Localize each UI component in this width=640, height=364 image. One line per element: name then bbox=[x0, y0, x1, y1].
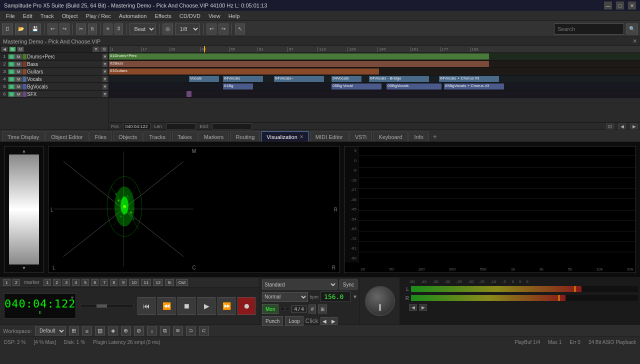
menu-track[interactable]: Track bbox=[36, 12, 58, 20]
next-button[interactable]: ⏩ bbox=[218, 297, 236, 315]
copy-button[interactable]: ⎘ bbox=[88, 24, 97, 34]
ws-icon-8[interactable]: ⧉ bbox=[160, 326, 170, 336]
stop-button[interactable]: ⏹ bbox=[178, 297, 196, 315]
track-mute-4[interactable]: M bbox=[15, 76, 22, 82]
search-button[interactable]: 🔍 bbox=[626, 24, 638, 34]
marker-12[interactable]: 12 bbox=[153, 279, 163, 286]
tab-visualization[interactable]: Visualization ✕ bbox=[261, 132, 309, 142]
track-block[interactable]: 01Drums+Perc bbox=[109, 54, 489, 60]
track-mute-1[interactable]: M bbox=[15, 54, 22, 60]
ws-icon-5[interactable]: ⊕ bbox=[121, 326, 131, 336]
track-expand-1[interactable]: ▼ bbox=[102, 54, 108, 60]
ws-icon-4[interactable]: ◈ bbox=[108, 326, 118, 336]
track-solo-5[interactable]: S bbox=[8, 84, 15, 90]
next-nav-button[interactable]: ▶ bbox=[330, 317, 338, 325]
track-block[interactable]: 02Bass bbox=[109, 61, 489, 67]
track-solo-6[interactable]: S bbox=[8, 92, 15, 97]
playback-mode-select[interactable]: Standard bbox=[262, 280, 338, 290]
track-mute-6[interactable]: M bbox=[15, 92, 22, 97]
tab-files[interactable]: Files bbox=[90, 132, 112, 142]
grid-btn[interactable]: # bbox=[308, 304, 316, 314]
mute-small-button[interactable]: M bbox=[17, 46, 24, 52]
ws-icon-7[interactable]: ↕ bbox=[147, 326, 157, 336]
ws-icon-1[interactable]: ⊞ bbox=[69, 326, 79, 336]
snap-button[interactable]: ◎ bbox=[162, 24, 173, 34]
track-block[interactable]: 04Vocals - Bridge bbox=[369, 76, 429, 82]
mon-button[interactable]: Mon bbox=[262, 304, 278, 314]
track-expand-3[interactable]: ▼ bbox=[102, 69, 108, 74]
minimize-button[interactable]: — bbox=[604, 2, 612, 10]
track-solo-3[interactable]: S bbox=[8, 69, 15, 74]
track-block[interactable]: 05BgVocals + Chorus #3 bbox=[444, 84, 504, 90]
tab-routing[interactable]: Routing bbox=[230, 132, 260, 142]
track-block[interactable]: Vocals bbox=[189, 76, 219, 82]
scrub-bar[interactable] bbox=[80, 304, 134, 308]
loop-button[interactable]: Loop bbox=[285, 316, 303, 326]
tab-vsti[interactable]: VSTi bbox=[350, 132, 372, 142]
punch-button[interactable]: Punch bbox=[262, 316, 283, 326]
expand-button[interactable]: ▼ bbox=[92, 46, 100, 52]
undo-button[interactable]: ↩ bbox=[48, 24, 58, 34]
grid-button[interactable]: # bbox=[114, 24, 124, 34]
track-block[interactable]: 03Guitars bbox=[109, 68, 379, 74]
track-mute-5[interactable]: M bbox=[15, 84, 22, 90]
transport-num-2[interactable]: 2 bbox=[12, 279, 20, 286]
tab-object-editor[interactable]: Object Editor bbox=[46, 132, 88, 142]
track-block[interactable]: 04Vocals + Chorus #3 bbox=[439, 76, 499, 82]
menu-file[interactable]: File bbox=[2, 12, 19, 20]
save-button[interactable]: 💾 bbox=[29, 24, 41, 34]
track-expand-4[interactable]: ▼ bbox=[102, 76, 108, 82]
menu-object[interactable]: Object bbox=[58, 12, 82, 20]
marker-8[interactable]: 8 bbox=[110, 279, 118, 286]
tab-keyboard[interactable]: Keyboard bbox=[373, 132, 408, 142]
play-button[interactable]: ▶ bbox=[198, 297, 216, 315]
marker-9[interactable]: 9 bbox=[120, 279, 127, 286]
tab-add-button[interactable]: + bbox=[430, 132, 440, 142]
record-button[interactable]: ⏺ bbox=[238, 297, 256, 315]
master-knob[interactable] bbox=[365, 286, 395, 316]
track-block[interactable]: 04Vocals bbox=[223, 76, 263, 82]
track-expand-2[interactable]: ▼ bbox=[102, 62, 108, 67]
ws-icon-2[interactable]: ≡ bbox=[82, 326, 92, 336]
rewind-button[interactable]: ⏮ bbox=[138, 297, 156, 315]
scrub-thumb[interactable] bbox=[96, 304, 107, 308]
scroll-right-button[interactable]: ▶ bbox=[630, 124, 638, 130]
sync-button[interactable]: Sync bbox=[340, 280, 358, 290]
tab-midi-editor[interactable]: MIDI Editor bbox=[310, 132, 348, 142]
beat-select[interactable]: Beat bbox=[130, 24, 156, 34]
ws-icon-6[interactable]: ⊘ bbox=[134, 326, 144, 336]
track-mute-3[interactable]: M bbox=[15, 69, 22, 74]
marker-7[interactable]: 7 bbox=[100, 279, 108, 286]
marker-3[interactable]: 3 bbox=[62, 279, 70, 286]
tab-info[interactable]: Info bbox=[408, 132, 428, 142]
meter-next[interactable]: ▶ bbox=[419, 304, 427, 311]
bpm-dropdown[interactable]: ▼ bbox=[352, 294, 358, 300]
click-button[interactable]: Click bbox=[306, 318, 318, 324]
menu-effects[interactable]: Effects bbox=[150, 12, 175, 20]
out-button[interactable]: Out bbox=[176, 279, 188, 286]
track-block[interactable]: 05Bg Vocal bbox=[332, 84, 382, 90]
new-button[interactable]: 🗋 bbox=[2, 24, 13, 34]
prev-button[interactable]: ⏪ bbox=[158, 297, 176, 315]
snap-select[interactable]: 1/8 bbox=[175, 24, 200, 34]
workspace-select[interactable]: Default bbox=[35, 326, 66, 336]
menu-play-rec[interactable]: Play / Rec bbox=[82, 12, 115, 20]
zoom-in-button[interactable]: ↪ bbox=[218, 24, 228, 34]
transport-num-1[interactable]: 1 bbox=[3, 279, 10, 286]
track-expand-5[interactable]: ▼ bbox=[102, 84, 108, 90]
ws-icon-9[interactable]: ≋ bbox=[173, 326, 183, 336]
marker-1[interactable]: 1 bbox=[44, 279, 51, 286]
tap-btn[interactable]: ⊞ bbox=[318, 304, 327, 314]
tab-objects[interactable]: Objects bbox=[113, 132, 142, 142]
menu-edit[interactable]: Edit bbox=[19, 12, 36, 20]
ws-icon-3[interactable]: ▤ bbox=[95, 326, 105, 336]
track-block[interactable]: 01Bg bbox=[223, 84, 253, 90]
redo-button[interactable]: ↪ bbox=[60, 24, 70, 34]
tab-markers[interactable]: Markers bbox=[198, 132, 230, 142]
track-block[interactable]: 05BgVocals bbox=[386, 84, 442, 90]
meter-prev[interactable]: ◀ bbox=[409, 304, 417, 311]
scroll-left-button[interactable]: ◀ bbox=[618, 124, 626, 130]
prev-button[interactable]: ◀ bbox=[1, 46, 8, 52]
settings-button[interactable]: ⚙ bbox=[100, 46, 108, 52]
tab-close-visualization[interactable]: ✕ bbox=[300, 134, 304, 140]
